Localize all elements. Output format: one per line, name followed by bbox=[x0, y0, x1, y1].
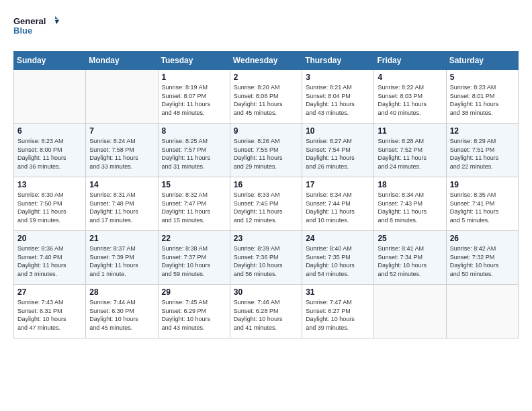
calendar-cell: 13Sunrise: 8:30 AM Sunset: 7:50 PM Dayli… bbox=[14, 177, 86, 231]
calendar-cell: 5Sunrise: 8:23 AM Sunset: 8:01 PM Daylig… bbox=[446, 70, 518, 124]
calendar-cell: 15Sunrise: 8:32 AM Sunset: 7:47 PM Dayli… bbox=[158, 177, 230, 231]
calendar-cell: 24Sunrise: 8:40 AM Sunset: 7:35 PM Dayli… bbox=[302, 231, 374, 285]
calendar-cell: 27Sunrise: 7:43 AM Sunset: 6:31 PM Dayli… bbox=[14, 285, 86, 338]
day-info: Sunrise: 8:26 AM Sunset: 7:55 PM Dayligh… bbox=[234, 137, 298, 171]
day-number: 7 bbox=[89, 126, 154, 136]
day-info: Sunrise: 8:35 AM Sunset: 7:41 PM Dayligh… bbox=[450, 191, 515, 224]
day-number: 16 bbox=[234, 180, 298, 189]
calendar-cell: 12Sunrise: 8:29 AM Sunset: 7:51 PM Dayli… bbox=[446, 124, 518, 177]
day-info: Sunrise: 8:37 AM Sunset: 7:39 PM Dayligh… bbox=[89, 244, 154, 278]
day-number: 23 bbox=[234, 234, 298, 243]
day-info: Sunrise: 8:20 AM Sunset: 8:06 PM Dayligh… bbox=[234, 83, 298, 117]
day-info: Sunrise: 7:45 AM Sunset: 6:29 PM Dayligh… bbox=[162, 298, 226, 332]
calendar-cell bbox=[14, 70, 86, 124]
calendar-table: SundayMondayTuesdayWednesdayThursdayFrid… bbox=[13, 51, 519, 338]
day-info: Sunrise: 8:22 AM Sunset: 8:03 PM Dayligh… bbox=[378, 83, 442, 117]
day-number: 4 bbox=[378, 73, 442, 82]
weekday-header: Sunday bbox=[14, 52, 86, 70]
day-number: 1 bbox=[162, 73, 226, 82]
weekday-header: Thursday bbox=[302, 52, 374, 70]
day-info: Sunrise: 8:23 AM Sunset: 8:01 PM Dayligh… bbox=[450, 83, 515, 117]
day-number: 25 bbox=[378, 234, 442, 243]
svg-marker-2 bbox=[55, 16, 59, 20]
day-number: 14 bbox=[89, 180, 154, 189]
day-info: Sunrise: 7:44 AM Sunset: 6:30 PM Dayligh… bbox=[89, 298, 154, 332]
day-number: 22 bbox=[162, 234, 226, 243]
svg-text:Blue: Blue bbox=[13, 26, 32, 36]
day-info: Sunrise: 8:29 AM Sunset: 7:51 PM Dayligh… bbox=[450, 137, 515, 171]
calendar-week-row: 13Sunrise: 8:30 AM Sunset: 7:50 PM Dayli… bbox=[14, 177, 519, 231]
weekday-header: Friday bbox=[374, 52, 446, 70]
calendar-cell: 11Sunrise: 8:28 AM Sunset: 7:52 PM Dayli… bbox=[374, 124, 446, 177]
day-info: Sunrise: 8:21 AM Sunset: 8:04 PM Dayligh… bbox=[306, 83, 370, 117]
calendar-header: SundayMondayTuesdayWednesdayThursdayFrid… bbox=[14, 52, 519, 70]
day-number: 11 bbox=[378, 126, 442, 136]
day-number: 21 bbox=[89, 234, 154, 243]
calendar-cell: 6Sunrise: 8:23 AM Sunset: 8:00 PM Daylig… bbox=[14, 124, 86, 177]
calendar-cell bbox=[86, 70, 158, 124]
day-info: Sunrise: 8:34 AM Sunset: 7:43 PM Dayligh… bbox=[378, 191, 442, 224]
day-number: 19 bbox=[450, 180, 515, 189]
day-info: Sunrise: 8:34 AM Sunset: 7:44 PM Dayligh… bbox=[306, 191, 370, 224]
day-number: 29 bbox=[162, 287, 226, 297]
calendar-cell: 29Sunrise: 7:45 AM Sunset: 6:29 PM Dayli… bbox=[158, 285, 230, 338]
day-number: 26 bbox=[450, 234, 515, 243]
calendar-cell: 18Sunrise: 8:34 AM Sunset: 7:43 PM Dayli… bbox=[374, 177, 446, 231]
calendar-cell: 25Sunrise: 8:41 AM Sunset: 7:34 PM Dayli… bbox=[374, 231, 446, 285]
calendar-week-row: 6Sunrise: 8:23 AM Sunset: 8:00 PM Daylig… bbox=[14, 124, 519, 177]
day-number: 10 bbox=[306, 126, 370, 136]
day-number: 5 bbox=[450, 73, 515, 82]
weekday-header: Wednesday bbox=[230, 52, 302, 70]
weekday-header: Saturday bbox=[446, 52, 518, 70]
calendar-cell: 23Sunrise: 8:39 AM Sunset: 7:36 PM Dayli… bbox=[230, 231, 302, 285]
calendar-cell: 10Sunrise: 8:27 AM Sunset: 7:54 PM Dayli… bbox=[302, 124, 374, 177]
day-number: 8 bbox=[162, 126, 226, 136]
logo-svg: General Blue bbox=[13, 13, 60, 40]
calendar-cell bbox=[446, 285, 518, 338]
day-number: 15 bbox=[162, 180, 226, 189]
calendar-cell: 28Sunrise: 7:44 AM Sunset: 6:30 PM Dayli… bbox=[86, 285, 158, 338]
day-info: Sunrise: 8:36 AM Sunset: 7:40 PM Dayligh… bbox=[17, 244, 82, 278]
day-number: 24 bbox=[306, 234, 370, 243]
day-number: 3 bbox=[306, 73, 370, 82]
day-info: Sunrise: 8:23 AM Sunset: 8:00 PM Dayligh… bbox=[17, 137, 82, 171]
calendar-cell: 31Sunrise: 7:47 AM Sunset: 6:27 PM Dayli… bbox=[302, 285, 374, 338]
day-number: 20 bbox=[17, 234, 82, 243]
calendar-cell: 16Sunrise: 8:33 AM Sunset: 7:45 PM Dayli… bbox=[230, 177, 302, 231]
calendar-cell: 30Sunrise: 7:46 AM Sunset: 6:28 PM Dayli… bbox=[230, 285, 302, 338]
day-info: Sunrise: 7:46 AM Sunset: 6:28 PM Dayligh… bbox=[234, 298, 298, 332]
day-info: Sunrise: 8:28 AM Sunset: 7:52 PM Dayligh… bbox=[378, 137, 442, 171]
calendar-cell: 3Sunrise: 8:21 AM Sunset: 8:04 PM Daylig… bbox=[302, 70, 374, 124]
day-number: 31 bbox=[306, 287, 370, 297]
day-info: Sunrise: 7:47 AM Sunset: 6:27 PM Dayligh… bbox=[306, 298, 370, 332]
day-info: Sunrise: 8:30 AM Sunset: 7:50 PM Dayligh… bbox=[17, 191, 82, 224]
day-info: Sunrise: 8:32 AM Sunset: 7:47 PM Dayligh… bbox=[162, 191, 226, 224]
calendar-cell: 17Sunrise: 8:34 AM Sunset: 7:44 PM Dayli… bbox=[302, 177, 374, 231]
day-info: Sunrise: 8:24 AM Sunset: 7:58 PM Dayligh… bbox=[89, 137, 154, 171]
day-number: 13 bbox=[17, 180, 82, 189]
calendar-week-row: 27Sunrise: 7:43 AM Sunset: 6:31 PM Dayli… bbox=[14, 285, 519, 338]
day-info: Sunrise: 8:25 AM Sunset: 7:57 PM Dayligh… bbox=[162, 137, 226, 171]
day-number: 6 bbox=[17, 126, 82, 136]
calendar-cell bbox=[374, 285, 446, 338]
calendar-cell: 7Sunrise: 8:24 AM Sunset: 7:58 PM Daylig… bbox=[86, 124, 158, 177]
day-info: Sunrise: 8:19 AM Sunset: 8:07 PM Dayligh… bbox=[162, 83, 226, 117]
day-number: 12 bbox=[450, 126, 515, 136]
calendar-cell: 20Sunrise: 8:36 AM Sunset: 7:40 PM Dayli… bbox=[14, 231, 86, 285]
day-number: 30 bbox=[234, 287, 298, 297]
page-header: General Blue bbox=[13, 13, 519, 40]
day-number: 18 bbox=[378, 180, 442, 189]
day-info: Sunrise: 8:31 AM Sunset: 7:48 PM Dayligh… bbox=[89, 191, 154, 224]
svg-text:General: General bbox=[13, 16, 46, 26]
weekday-header: Monday bbox=[86, 52, 158, 70]
calendar-cell: 9Sunrise: 8:26 AM Sunset: 7:55 PM Daylig… bbox=[230, 124, 302, 177]
calendar-cell: 1Sunrise: 8:19 AM Sunset: 8:07 PM Daylig… bbox=[158, 70, 230, 124]
day-number: 2 bbox=[234, 73, 298, 82]
day-number: 9 bbox=[234, 126, 298, 136]
day-info: Sunrise: 8:38 AM Sunset: 7:37 PM Dayligh… bbox=[162, 244, 226, 278]
day-number: 28 bbox=[89, 287, 154, 297]
calendar-week-row: 1Sunrise: 8:19 AM Sunset: 8:07 PM Daylig… bbox=[14, 70, 519, 124]
calendar-cell: 22Sunrise: 8:38 AM Sunset: 7:37 PM Dayli… bbox=[158, 231, 230, 285]
day-info: Sunrise: 8:33 AM Sunset: 7:45 PM Dayligh… bbox=[234, 191, 298, 224]
day-info: Sunrise: 7:43 AM Sunset: 6:31 PM Dayligh… bbox=[17, 298, 82, 332]
